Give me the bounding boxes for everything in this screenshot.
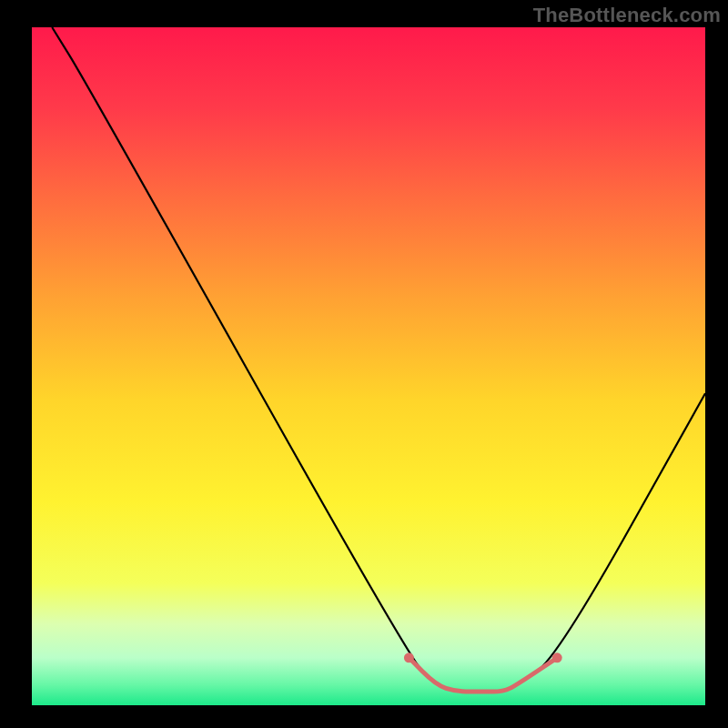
highlight-dot [404, 652, 414, 662]
chart-frame: TheBottleneck.com [0, 0, 728, 728]
gradient-background [32, 27, 705, 705]
bottleneck-chart [0, 0, 728, 728]
highlight-dot [552, 652, 562, 662]
frame-border [0, 0, 32, 728]
frame-border [705, 0, 728, 728]
watermark-text: TheBottleneck.com [533, 4, 721, 27]
frame-border [0, 705, 728, 728]
